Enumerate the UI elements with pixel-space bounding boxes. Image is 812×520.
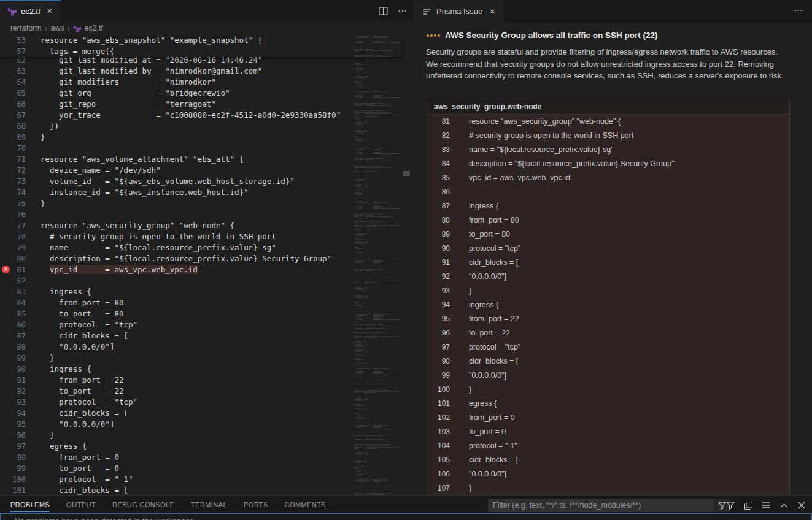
code-line[interactable]: 83 ingress {	[0, 286, 414, 297]
breadcrumb-aws[interactable]: aws	[50, 24, 64, 32]
code-line[interactable]: 93 protocol = "tcp"	[0, 397, 414, 408]
filter-input[interactable]	[488, 499, 711, 512]
code-line[interactable]: 91 from_port = 22	[0, 375, 414, 386]
line-number: 57	[0, 46, 26, 57]
code-line[interactable]: 97 egress {	[0, 441, 414, 452]
code-line[interactable]: 90 ingress {	[0, 364, 414, 375]
line-number: 91	[428, 256, 450, 270]
code-line[interactable]: 63 git_last_modified_by = "nimrodkor@gma…	[0, 66, 414, 77]
panel-tab-debug-console[interactable]: DEBUG CONSOLE	[112, 497, 174, 512]
breadcrumb-ec2-tf[interactable]: ec2.tf	[73, 24, 103, 32]
panel-tab-output[interactable]: OUTPUT	[66, 497, 96, 512]
panel-body: AWS Security Group allows all traffic on…	[414, 23, 812, 495]
code-line[interactable]: 77resource "aws_security_group" "web-nod…	[0, 220, 414, 231]
line-text: ingress {	[469, 199, 498, 213]
tab-label: Prisma Issue	[436, 7, 482, 16]
code-line[interactable]: 74 instance_id = "${aws_instance.web_hos…	[0, 187, 414, 198]
tab-close-icon[interactable]: ✕	[487, 7, 497, 17]
breadcrumb-terraform[interactable]: terraform	[10, 24, 42, 32]
tab-ec2-tf[interactable]: ec2.tf ✕	[0, 0, 61, 21]
panel-tab-problems[interactable]: PROBLEMS	[10, 497, 50, 512]
line-number: 88	[0, 342, 26, 353]
problems-content: No problems have been detected in the wo…	[0, 513, 812, 520]
panel-tab-ports[interactable]: PORTS	[244, 497, 268, 512]
code-line[interactable]: 85 to_port = 80	[0, 308, 414, 319]
line-number: 96	[428, 326, 450, 340]
issue-description: Security groups are stateful and provide…	[426, 46, 789, 82]
code-line[interactable]: 98 from_port = 0	[0, 452, 414, 463]
line-text: from_port = 22	[469, 312, 519, 326]
line-number: 81	[428, 115, 450, 129]
more-actions-icon[interactable]: ⋯	[398, 6, 408, 17]
line-number: 68	[0, 121, 26, 132]
editor-scrollbar-thumb[interactable]	[403, 171, 410, 176]
menu-lines-icon[interactable]	[761, 502, 771, 509]
view-as-table-icon[interactable]	[743, 501, 753, 510]
code-line[interactable]: 86 protocol = "tcp"	[0, 319, 414, 331]
code-line[interactable]: 87 cidr_blocks = [	[0, 331, 414, 342]
code-line[interactable]: 84 from_port = 80	[0, 297, 414, 308]
more-actions-icon[interactable]: ⋯	[794, 5, 803, 16]
code-line[interactable]: 88 "0.0.0.0/0"]	[0, 342, 414, 353]
line-number: 97	[428, 340, 450, 354]
issue-title: AWS Security Group allows all traffic on…	[445, 31, 658, 40]
split-editor-icon[interactable]	[379, 7, 388, 15]
code-editor[interactable]: 62 git_last_modified_at = "2020-06-16 14…	[0, 35, 414, 495]
code-line[interactable]: 95 "0.0.0.0/0"]	[0, 419, 414, 430]
code-line[interactable]: 94 cidr_blocks = [	[0, 408, 414, 419]
line-number: 103	[428, 425, 450, 439]
sticky-code-line[interactable]: 57 tags = merge({	[0, 46, 402, 57]
code-line[interactable]: 64 git_modifiers = "nimrodkor"	[0, 77, 414, 88]
report-lines-icon	[423, 7, 431, 16]
code-line[interactable]: 66 git_repo = "terragoat"	[0, 99, 414, 110]
line-number: 78	[0, 231, 26, 242]
line-number: 84	[0, 297, 26, 308]
line-text: volume_id = "${aws_ebs_volume.web_host_s…	[41, 176, 295, 187]
sticky-scroll: 53resource "aws_ebs_snapshot" "example_s…	[0, 35, 402, 57]
line-number: 82	[0, 275, 26, 286]
code-line[interactable]: 92 to_port = 22	[0, 386, 414, 397]
severity-dots-icon	[427, 34, 440, 37]
code-line[interactable]: 75}	[0, 198, 414, 209]
line-number: 106	[428, 467, 450, 481]
issue-code-line: 96to_port = 22	[428, 326, 789, 340]
breadcrumb: terraform › aws › ec2.tf	[0, 21, 414, 35]
sticky-code-line[interactable]: 53resource "aws_ebs_snapshot" "example_s…	[0, 35, 402, 46]
chevron-up-icon[interactable]	[779, 503, 789, 508]
code-line[interactable]: 89 }	[0, 353, 414, 364]
line-text: }	[469, 383, 471, 397]
minimap[interactable]: git_last_modified_at = "2020-06-16 14:46…	[353, 36, 402, 495]
code-line[interactable]: 96 }	[0, 430, 414, 441]
code-line[interactable]: 99 to_port = 0	[0, 463, 414, 474]
code-line[interactable]: 65 git_org = "bridgecrewio"	[0, 88, 414, 99]
code-line[interactable]: 67 yor_trace = "c1008080-ec2f-4512-a0d0-…	[0, 110, 414, 121]
chevron-right-icon: ›	[68, 24, 71, 32]
code-line[interactable]: 71resource "aws_volume_attachment" "ebs_…	[0, 154, 414, 165]
filter-icon[interactable]	[725, 501, 735, 510]
line-text: from_port = 22	[41, 375, 123, 386]
line-number: 74	[0, 187, 26, 198]
code-line[interactable]: 81✕ vpc_id = aws_vpc.web_vpc.id	[0, 264, 414, 275]
line-text: ingress {	[469, 298, 498, 312]
code-line[interactable]: 80 description = "${local.resource_prefi…	[0, 253, 414, 264]
code-line[interactable]: 101 cidr_blocks = [	[0, 485, 414, 495]
code-line[interactable]: 82	[0, 275, 414, 286]
code-line[interactable]: 73 volume_id = "${aws_ebs_volume.web_hos…	[0, 176, 414, 187]
tab-prisma-issue[interactable]: Prisma Issue ✕	[414, 0, 505, 23]
panel-tab-comments[interactable]: COMMENTS	[285, 497, 326, 512]
code-line[interactable]: 76	[0, 209, 414, 220]
code-line[interactable]: 69}	[0, 132, 414, 143]
issue-title-row: AWS Security Group allows all traffic on…	[427, 31, 658, 40]
close-panel-icon[interactable]	[797, 502, 806, 509]
code-line[interactable]: 70	[0, 143, 414, 154]
issue-code-line: 81resource "aws_security_group" "web-nod…	[428, 115, 789, 129]
panel-tab-terminal[interactable]: TERMINAL	[191, 497, 227, 512]
code-line[interactable]: 68 })	[0, 121, 414, 132]
issue-code-line: 86	[428, 185, 789, 199]
code-line[interactable]: 100 protocol = "-1"	[0, 474, 414, 485]
code-line[interactable]: 79 name = "${local.resource_prefix.value…	[0, 242, 414, 253]
code-line[interactable]: 72 device_name = "/dev/sdh"	[0, 165, 414, 176]
line-number: 99	[428, 369, 450, 383]
code-line[interactable]: 78 # security group is open to the world…	[0, 231, 414, 242]
tab-close-icon[interactable]: ✕	[45, 6, 55, 16]
